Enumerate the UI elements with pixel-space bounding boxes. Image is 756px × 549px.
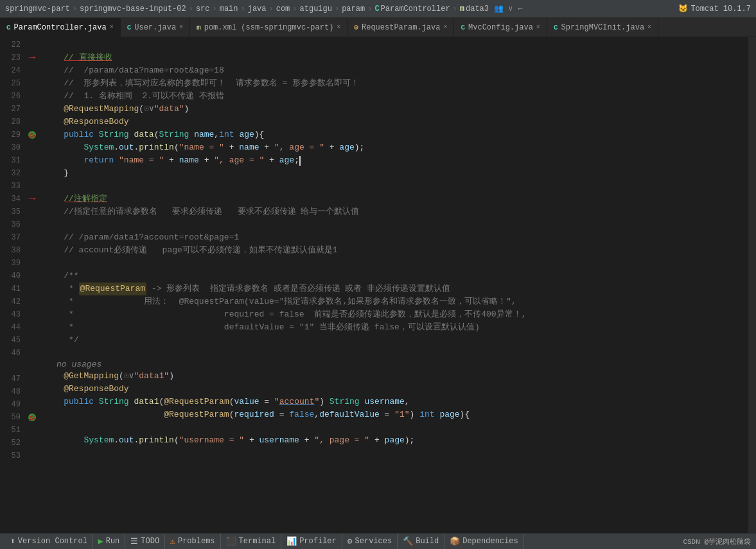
status-problems[interactable]: ⚠ Problems (165, 534, 220, 549)
tomcat-badge[interactable]: 🐱 Tomcat 10.1.7 (678, 4, 751, 13)
tab-label: RequestParam.java (362, 23, 440, 32)
problems-icon: ⚠ (170, 536, 175, 546)
status-build[interactable]: 🔨 Build (398, 534, 444, 549)
status-version-control[interactable]: ⬆ Version Control (5, 534, 93, 549)
code-line-35: //指定任意的请求参数名 要求必须传递 要求不必须传递 给与一个默认值 (41, 205, 748, 218)
breadcrumb-sep: › (189, 4, 193, 13)
tab-m-icon: m (197, 24, 201, 31)
status-profiler[interactable]: 📊 Profiler (281, 534, 342, 549)
tab-close-requestparam[interactable]: × (443, 24, 447, 31)
tab-springmvcinit[interactable]: C SpringMVCInit.java × (547, 18, 658, 37)
line-numbers: 22 23 24 25 26 27 28 29 30 31 32 33 34 3… (0, 37, 26, 533)
tab-c-icon: C (6, 24, 11, 31)
tab-label: ParamController.java (14, 23, 107, 32)
gutter-bean-icon-49: 🫘 (28, 414, 36, 421)
breadcrumb-part[interactable]: springmvc-part (5, 4, 70, 13)
code-line-50: @RequestParam(required = false,defaultVa… (41, 408, 748, 421)
breadcrumb-sep: › (453, 4, 457, 13)
code-line-22 (41, 39, 748, 51)
code-line-41: * @RequestParam -> 形参列表 指定请求参数名 或者是否必须传递… (41, 283, 748, 295)
breadcrumb-class[interactable]: ParamController (381, 4, 450, 13)
gutter-bean-icon-29: 🫘 (28, 131, 36, 139)
status-todo[interactable]: ☰ TODO (125, 534, 165, 549)
code-line-28: @ResponseBody (41, 116, 748, 128)
breadcrumb-part[interactable]: com (276, 4, 290, 13)
tab-close-paramcontroller[interactable]: × (110, 24, 114, 31)
tab-c-icon: C (127, 24, 132, 31)
profiler-icon: 📊 (286, 536, 297, 546)
dependencies-label: Dependencies (462, 537, 518, 546)
code-line-29: public String data(String name,int age){ (41, 128, 748, 141)
breadcrumb-bar: springmvc-part › springmvc-base-input-02… (0, 0, 756, 18)
code-line-48: @ResponseBody (41, 383, 748, 396)
code-line-24: // /param/data?name=root&age=18 (41, 64, 748, 77)
code-line-47: @GetMapping(☉∨"data1") (41, 370, 748, 383)
code-hint-no-usages: no usages (41, 360, 748, 370)
breadcrumb-sep: › (292, 4, 297, 13)
gutter-red-arrow-34: → (29, 193, 35, 205)
build-icon: 🔨 (403, 536, 413, 546)
tab-pom[interactable]: m pom.xml (ssm-springmvc-part) × (190, 18, 347, 37)
tab-label: User.java (134, 23, 176, 32)
tab-c-icon: ⊙ (354, 23, 358, 31)
todo-icon: ☰ (130, 536, 138, 546)
code-line-26: // 1. 名称相同 2.可以不传递 不报错 (41, 90, 748, 103)
tab-label: pom.xml (ssm-springmvc-part) (204, 23, 334, 32)
status-terminal[interactable]: ⬛ Terminal (221, 534, 282, 549)
tab-close-user[interactable]: × (179, 24, 183, 31)
code-line-43: * required = false 前端是否必须传递此参数，默认是必须，不传4… (41, 308, 748, 321)
code-line-49: public String data1(@RequestParam(value … (41, 396, 748, 408)
tab-label: MvcConfig.java (468, 23, 533, 32)
code-line-32: } (41, 167, 748, 180)
code-line-51 (41, 421, 748, 434)
tab-requestparam[interactable]: ⊙ RequestParam.java × (347, 18, 454, 37)
status-services[interactable]: ⚙ Services (342, 534, 398, 549)
breadcrumb-sep: › (241, 4, 245, 13)
tab-user[interactable]: C User.java × (121, 18, 190, 37)
tab-mvcconfig[interactable]: C MvcConfig.java × (454, 18, 547, 37)
run-label: Run (106, 537, 120, 546)
code-editor[interactable]: // 直接接收 // /param/data?name=root&age=18 … (39, 37, 748, 533)
tab-bar: C ParamController.java × C User.java × m… (0, 18, 756, 37)
problems-label: Problems (178, 537, 215, 546)
code-line-39 (41, 257, 748, 270)
tab-close-mvcconfig[interactable]: × (536, 24, 540, 31)
status-right-area: CSDN @芋泥肉松脑袋 (683, 537, 751, 546)
breadcrumb-people-icon[interactable]: 👥 ∨ (494, 4, 513, 13)
tab-close-pom[interactable]: × (337, 24, 340, 31)
code-line-30: System.out.println("name = " + name + ",… (41, 141, 748, 154)
breadcrumb-part[interactable]: main (220, 4, 238, 13)
build-label: Build (416, 537, 439, 546)
status-dependencies[interactable]: 📦 Dependencies (444, 534, 523, 549)
editor-area: 22 23 24 25 26 27 28 29 30 31 32 33 34 3… (0, 37, 756, 533)
tomcat-label: Tomcat 10.1.7 (690, 4, 751, 13)
breadcrumb-sep: › (212, 4, 216, 13)
breadcrumb-part[interactable]: atguigu (300, 4, 332, 13)
terminal-icon: ⬛ (226, 536, 236, 546)
code-line-40: /** (41, 270, 748, 283)
services-label: Services (355, 537, 392, 546)
gutter: → 🫘 → (26, 37, 39, 533)
code-line-23: // 直接接收 (41, 51, 748, 64)
code-line-46 (41, 347, 748, 360)
tab-paramcontroller[interactable]: C ParamController.java × (0, 18, 121, 37)
breadcrumb-part[interactable]: src (196, 4, 210, 13)
editor-scrollbar[interactable] (748, 37, 756, 533)
code-line-34: //注解指定 (41, 193, 748, 205)
tab-label: SpringMVCInit.java (561, 23, 644, 32)
status-run[interactable]: ▶ Run (93, 534, 125, 549)
code-line-52: System.out.println("username = " + usern… (41, 434, 748, 447)
version-control-label: Version Control (18, 537, 87, 546)
code-line-33 (41, 180, 748, 193)
tomcat-icon: 🐱 (678, 4, 688, 13)
method-breadcrumb-icon: m (460, 4, 464, 13)
breadcrumb-part[interactable]: java (248, 4, 267, 13)
tab-c-icon: C (554, 24, 558, 31)
breadcrumb-back-icon[interactable]: ← (518, 4, 522, 13)
tab-close-springmvcinit[interactable]: × (647, 24, 651, 31)
breadcrumb-part[interactable]: param (342, 4, 365, 13)
breadcrumb-method[interactable]: data3 (466, 4, 489, 13)
breadcrumb-sep: › (367, 4, 372, 13)
breadcrumb-sep: › (269, 4, 274, 13)
breadcrumb-part[interactable]: springmvc-base-input-02 (80, 4, 186, 13)
